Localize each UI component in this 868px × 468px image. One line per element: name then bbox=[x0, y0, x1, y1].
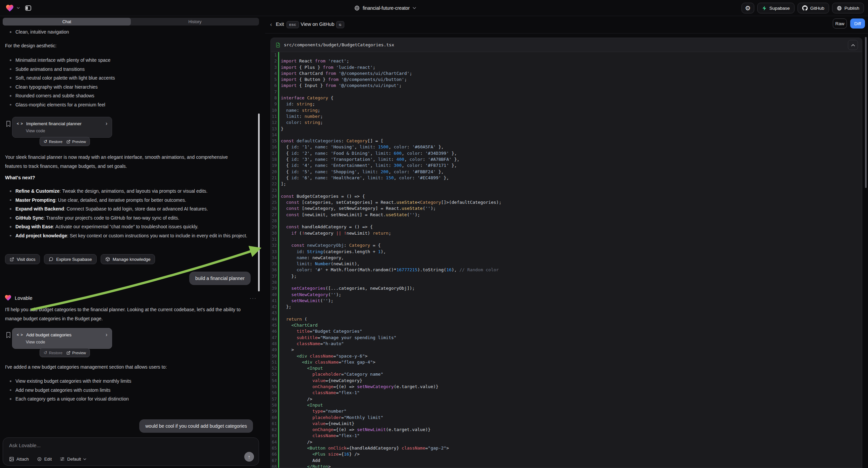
exit-button[interactable]: Exit bbox=[276, 22, 284, 27]
project-switcher[interactable]: financial-future-creator bbox=[354, 0, 416, 16]
design-bullet: Clean typography with clear hierarchies bbox=[16, 83, 115, 92]
preview-button[interactable]: Preview bbox=[66, 140, 86, 144]
code-line: 3import { Plus } from 'lucide-react'; bbox=[271, 64, 862, 70]
diff-toggle-button[interactable]: Diff bbox=[850, 19, 865, 29]
settings-button[interactable]: ⚙ bbox=[742, 3, 754, 13]
version-card-implement-financial-planner[interactable]: < > Implement financial planner › View c… bbox=[12, 117, 112, 138]
view-code-link[interactable]: View code bbox=[26, 340, 107, 345]
bookmark-icon[interactable] bbox=[6, 332, 11, 338]
restore-button[interactable]: ↺Restore bbox=[43, 139, 62, 144]
code-icon: < > bbox=[17, 333, 23, 337]
line-number: 39 bbox=[271, 285, 277, 291]
manage-knowledge-button[interactable]: Manage knowledge bbox=[101, 254, 155, 264]
line-number: 23 bbox=[271, 187, 277, 194]
preview-label: Preview bbox=[72, 351, 86, 355]
lovable-logo-icon[interactable] bbox=[5, 4, 14, 12]
code-line: 55 onChange={(e) => setNewCategory(e.tar… bbox=[271, 384, 862, 390]
line-number: 18 bbox=[271, 156, 277, 163]
code-line: 9 id: string; bbox=[271, 101, 862, 107]
version-card-add-budget-categories[interactable]: < > Add budget categories › View code bbox=[12, 328, 112, 349]
github-icon bbox=[802, 5, 808, 11]
line-number: 1 bbox=[271, 52, 277, 58]
bookmark-icon[interactable] bbox=[6, 121, 11, 127]
line-number: 9 bbox=[271, 101, 277, 107]
publish-button[interactable]: Publish bbox=[832, 3, 864, 13]
arrow-up-icon: ↑ bbox=[248, 454, 251, 460]
line-number: 22 bbox=[271, 181, 277, 187]
design-bullet: Subtle animations and transitions bbox=[16, 65, 115, 74]
chevron-down-icon[interactable] bbox=[17, 7, 20, 9]
github-button[interactable]: GitHub bbox=[798, 3, 829, 13]
supabase-button[interactable]: Supabase bbox=[757, 3, 795, 13]
line-number: 3 bbox=[271, 64, 277, 70]
attach-button[interactable]: Attach bbox=[9, 457, 29, 462]
chat-input[interactable] bbox=[9, 442, 253, 452]
visit-docs-button[interactable]: Visit docs bbox=[5, 254, 40, 264]
file-header[interactable]: src/components/budget/BudgetCategories.t… bbox=[271, 38, 862, 52]
lovable-heart-icon bbox=[4, 294, 12, 301]
line-number: 40 bbox=[271, 292, 277, 298]
line-number: 65 bbox=[271, 445, 277, 451]
chat-scrollbar[interactable] bbox=[258, 114, 260, 291]
code-editor[interactable]: 12import React from 'react';3import { Pl… bbox=[271, 52, 862, 468]
code-line: 19 { id: '4', name: 'Entertainment', lim… bbox=[271, 163, 862, 169]
explore-supabase-button[interactable]: Explore Supabase bbox=[44, 254, 96, 264]
view-on-github-button[interactable]: View on GitHub bbox=[301, 22, 334, 27]
code-line: 68 </Button> bbox=[271, 464, 862, 468]
tab-chat[interactable]: Chat bbox=[3, 18, 131, 26]
toggle-sidebar-button[interactable] bbox=[23, 3, 34, 13]
code-line: 45 <ChartCard bbox=[271, 322, 862, 328]
code-line: 63 className="flex-1" bbox=[271, 433, 862, 439]
app-root: financial-future-creator ⚙ Supabase GitH… bbox=[0, 0, 868, 468]
edit-button[interactable]: Edit bbox=[37, 457, 52, 462]
chevron-down-icon bbox=[83, 458, 86, 460]
file-plus-icon bbox=[276, 42, 280, 48]
line-number: 52 bbox=[271, 365, 277, 371]
line-number: 31 bbox=[271, 236, 277, 242]
line-number: 8 bbox=[271, 95, 277, 101]
code-line: 38 bbox=[271, 279, 862, 285]
line-number: 35 bbox=[271, 261, 277, 267]
raw-toggle-button[interactable]: Raw bbox=[833, 19, 847, 29]
send-button[interactable]: ↑ bbox=[244, 452, 254, 462]
line-number: 49 bbox=[271, 347, 277, 353]
user-message-bubble: would be cool if you could add budget ca… bbox=[139, 419, 253, 433]
line-number: 55 bbox=[271, 384, 277, 390]
code-line: 59 type="number" bbox=[271, 408, 862, 414]
code-line: 51 <div className="flex gap-4"> bbox=[271, 359, 862, 365]
code-line: 27 const [newLimit, setNewLimit] = React… bbox=[271, 212, 862, 218]
code-line: 56 className="flex-1" bbox=[271, 390, 862, 396]
external-link-icon bbox=[66, 351, 70, 355]
line-number: 21 bbox=[271, 175, 277, 181]
code-line: 42 }; bbox=[271, 304, 862, 310]
code-line: 30 if (!newCategory || !newLimit) return… bbox=[271, 230, 862, 236]
next-step-bullet: Debug with Ease: Activate our experiment… bbox=[16, 222, 254, 231]
code-line: 26 const [newCategory, setNewCategory] =… bbox=[271, 205, 862, 211]
code-line: 36 color: '#' + Math.floor(Math.random()… bbox=[271, 267, 862, 273]
message-menu-button[interactable]: ··· bbox=[250, 295, 257, 301]
line-number: 57 bbox=[271, 396, 277, 402]
next-step-bullet: Add project knowledge: Set key context o… bbox=[16, 231, 254, 240]
gear-icon: ⚙ bbox=[745, 5, 750, 11]
chevron-left-icon[interactable]: ‹ bbox=[270, 21, 272, 28]
next-step-bullet: GitHub Sync: Transfer your project's cod… bbox=[16, 213, 254, 223]
collapse-file-button[interactable] bbox=[848, 40, 858, 50]
design-bullet: Minimalist interface with plenty of whit… bbox=[16, 56, 115, 65]
diff-added-bar bbox=[278, 52, 279, 468]
feature-bullet: View existing budget categories with the… bbox=[16, 377, 131, 386]
restore-button[interactable]: ↺Restore bbox=[43, 351, 62, 355]
mode-select[interactable]: Default bbox=[60, 457, 86, 462]
attach-label: Attach bbox=[17, 457, 29, 462]
design-intro-text: For the design aesthetic: bbox=[5, 41, 56, 50]
publish-label: Publish bbox=[844, 6, 859, 11]
code-line: 34 name: newCategory, bbox=[271, 255, 862, 261]
code-scrollbar[interactable] bbox=[865, 37, 867, 188]
line-number: 53 bbox=[271, 371, 277, 377]
line-number: 47 bbox=[271, 335, 277, 341]
manage-knowledge-label: Manage knowledge bbox=[113, 257, 151, 262]
code-line: 5import { Button } from '@/components/ui… bbox=[271, 77, 862, 83]
line-number: 30 bbox=[271, 230, 277, 236]
preview-button[interactable]: Preview bbox=[66, 351, 86, 355]
tab-history[interactable]: History bbox=[131, 18, 259, 26]
view-code-link[interactable]: View code bbox=[26, 128, 107, 133]
